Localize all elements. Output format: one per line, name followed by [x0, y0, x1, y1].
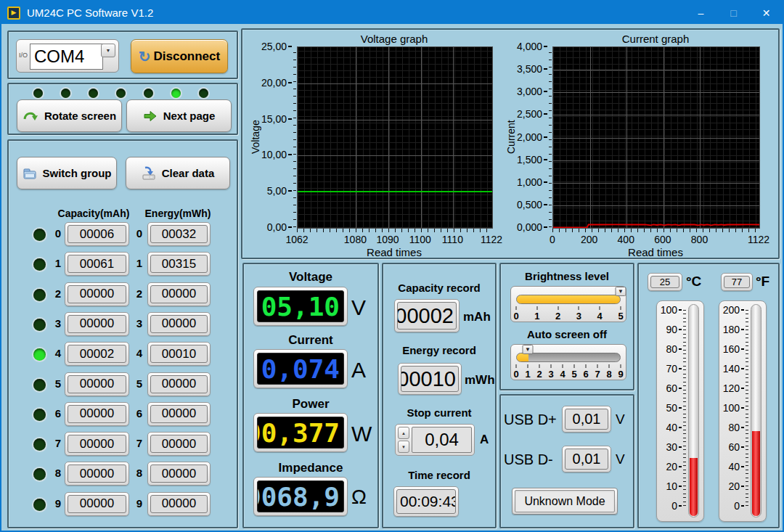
- energy-display: 00000: [147, 432, 211, 456]
- refresh-icon: ↻: [139, 48, 151, 65]
- spin-down-icon[interactable]: ▼: [398, 441, 409, 453]
- voltage-plot-area: [297, 46, 493, 229]
- energy-display: 00000: [147, 282, 211, 306]
- brightness-label: Brightness level: [501, 270, 633, 282]
- clear-data-button[interactable]: Clear data: [126, 157, 230, 189]
- switch-group-button[interactable]: Switch group: [17, 157, 117, 189]
- slider-tick-label: 1: [534, 311, 539, 322]
- usb-dplus-value: 0,01: [565, 409, 608, 430]
- group-led: [33, 229, 46, 241]
- group-index: 1: [52, 257, 64, 269]
- page-led: [89, 89, 98, 98]
- capacity-display: 00061: [65, 252, 129, 276]
- brightness-slider[interactable]: ▼ 012345: [510, 286, 626, 322]
- title-bar: ▶ UM24C PC Software V1.2 – □ ✕: [1, 1, 783, 24]
- group-index: 8: [52, 467, 64, 479]
- page-led: [199, 89, 208, 98]
- connection-panel: I/O COM4 ▼ ↻ Disconnect: [7, 30, 238, 79]
- group-index: 4: [134, 347, 145, 359]
- capacity-record-unit: mAh: [463, 310, 491, 324]
- slider-tick-label: 8: [606, 369, 611, 380]
- stop-current-value[interactable]: 0,04: [412, 427, 472, 453]
- minimize-button[interactable]: –: [685, 1, 717, 24]
- group-led: [33, 348, 46, 361]
- next-page-button[interactable]: Next page: [126, 99, 232, 132]
- capacity-record-label: Capacity record: [383, 282, 495, 294]
- fahrenheit-readout: 77: [721, 273, 753, 291]
- time-record-label: Time record: [383, 469, 495, 481]
- capacity-display: 00000: [65, 282, 129, 306]
- brightness-slider-thumb[interactable]: ▼: [616, 287, 626, 296]
- energy-display: 00000: [147, 312, 211, 336]
- time-record-display: 00:09:43: [393, 486, 459, 517]
- com-port-select[interactable]: I/O COM4 ▼: [16, 39, 119, 73]
- spin-up-icon[interactable]: ▲: [398, 427, 409, 439]
- slider-tick-label: 3: [548, 369, 553, 380]
- usb-dminus-display: 0,01: [562, 446, 611, 472]
- com-port-value[interactable]: COM4: [30, 44, 103, 70]
- voltage-y-minor-ticks: [293, 46, 296, 227]
- page-led: [144, 89, 153, 98]
- group-row: 300000300000: [9, 312, 237, 337]
- group-led: [33, 258, 46, 271]
- voltage-chart-title: Voltage graph: [297, 33, 491, 45]
- voltage-unit: V: [351, 295, 366, 320]
- disconnect-button[interactable]: ↻ Disconnect: [131, 39, 228, 73]
- group-led: [33, 289, 46, 301]
- energy-display: 00315: [147, 252, 211, 276]
- fahrenheit-mercury: [752, 431, 760, 516]
- group-index: 7: [134, 437, 145, 449]
- page-led: [116, 89, 126, 98]
- usb-dplus-label: USB D+: [504, 412, 557, 428]
- folder-icon: [23, 167, 37, 180]
- group-index: 2: [52, 287, 64, 300]
- page-led: [33, 89, 43, 98]
- group-index: 6: [134, 407, 145, 420]
- group-led: [33, 499, 46, 511]
- auto-screen-off-slider-thumb[interactable]: ▼: [523, 345, 534, 354]
- brightness-slider-track[interactable]: [516, 295, 621, 304]
- celsius-tube: [688, 304, 699, 517]
- group-index: 9: [134, 497, 145, 510]
- meters-panel: Voltage 05,10 V Current 0,074 A Power 00…: [242, 263, 379, 528]
- voltage-x-axis-label: Read times: [297, 246, 491, 258]
- group-led: [33, 319, 46, 331]
- voltage-x-ticks: 106210801090110011101122: [297, 234, 491, 245]
- auto-screen-off-slider[interactable]: ▼ 0123456789: [510, 344, 626, 380]
- window-title: UM24C PC Software V1.2: [27, 7, 685, 19]
- capacity-display: 00006: [65, 222, 129, 246]
- energy-display: 00032: [147, 222, 211, 246]
- close-button[interactable]: ✕: [750, 1, 783, 24]
- rotate-screen-label: Rotate screen: [44, 110, 116, 122]
- group-led: [33, 468, 46, 480]
- stop-current-control[interactable]: ▲ ▼ 0,04: [395, 424, 475, 456]
- voltage-meter: 05,10: [253, 287, 348, 326]
- slider-tick-label: 7: [595, 369, 600, 380]
- next-page-label: Next page: [163, 110, 216, 122]
- slider-tick-label: 4: [597, 311, 603, 322]
- celsius-value: 25: [650, 276, 679, 288]
- voltage-x-minor-ticks: [297, 229, 491, 232]
- energy-display: 00000: [147, 462, 211, 486]
- chevron-down-icon[interactable]: ▼: [101, 44, 115, 57]
- current-meter-value: 0,074: [257, 353, 344, 385]
- energy-record-unit: mWh: [465, 373, 495, 388]
- power-meter-value: 00,377: [257, 417, 344, 449]
- rotate-screen-button[interactable]: Rotate screen: [17, 99, 122, 132]
- current-x-ticks: 02004006008001122: [552, 234, 759, 245]
- slider-tick-label: 2: [536, 369, 542, 380]
- group-index: 3: [52, 317, 64, 330]
- temperature-panel: 25 °C 77 °F 1009080706050403020100 20018…: [637, 263, 780, 528]
- group-index: 4: [52, 347, 64, 359]
- capacity-display: 00000: [65, 492, 129, 516]
- group-led: [33, 409, 46, 421]
- slider-tick-label: 2: [555, 311, 560, 322]
- switch-group-label: Switch group: [43, 167, 112, 179]
- power-meter-label: Power: [244, 397, 377, 412]
- slider-tick-label: 1: [525, 369, 530, 380]
- energy-display: 00000: [147, 402, 211, 426]
- records-panel: Capacity record 00002 mAh Energy record …: [382, 263, 497, 528]
- fahrenheit-thermometer: 200180160140120100806040200: [719, 300, 767, 522]
- maximize-button[interactable]: □: [717, 1, 750, 24]
- impedance-meter-value: 0068,9: [257, 480, 344, 512]
